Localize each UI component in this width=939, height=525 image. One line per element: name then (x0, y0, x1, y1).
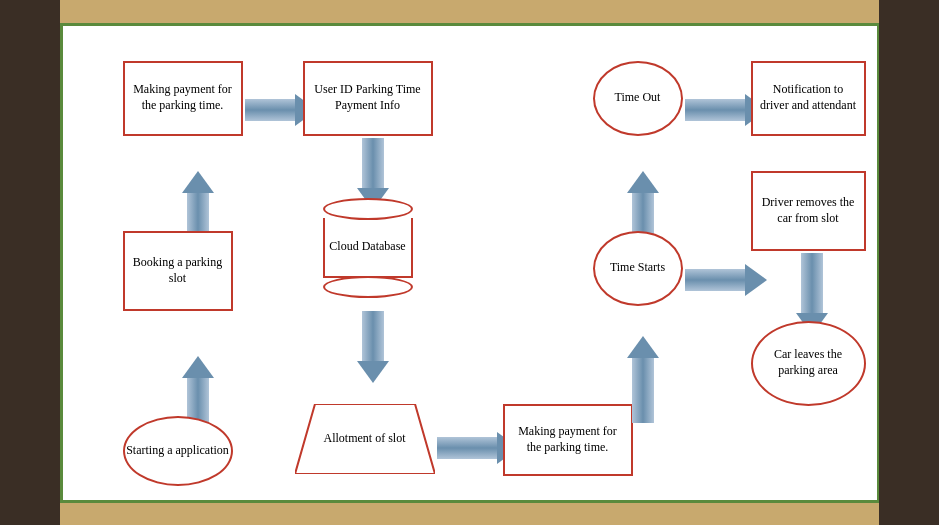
starting-app-ellipse: Starting a application (123, 416, 233, 486)
user-id-label: User ID Parking Time Payment Info (311, 82, 425, 113)
time-starts-ellipse: Time Starts (593, 231, 683, 306)
booking-slot-label: Booking a parking slot (131, 255, 225, 286)
making-payment-2-label: Making payment for the parking time. (511, 424, 625, 455)
wood-panel-right (879, 0, 939, 525)
time-starts-label: Time Starts (610, 260, 665, 276)
making-payment-1-label: Making payment for the parking time. (131, 82, 235, 113)
booking-slot-box: Booking a parking slot (123, 231, 233, 311)
time-out-ellipse: Time Out (593, 61, 683, 136)
cloud-database-label: Cloud Database (329, 239, 405, 254)
wood-panel-left (0, 0, 60, 525)
user-id-box: User ID Parking Time Payment Info (303, 61, 433, 136)
arrow-timestarts-to-driver (685, 264, 767, 296)
starting-app-label: Starting a application (126, 443, 229, 459)
making-payment-1-box: Making payment for the parking time. (123, 61, 243, 136)
time-out-label: Time Out (615, 90, 661, 106)
driver-removes-label: Driver removes the car from slot (759, 195, 858, 226)
notification-label: Notification to driver and attendant (759, 82, 858, 113)
notification-box: Notification to driver and attendant (751, 61, 866, 136)
cloud-database-shape: Cloud Database (323, 196, 413, 300)
arrow-db-to-allotment (357, 311, 389, 383)
allotment-slot-label: Allotment of slot (324, 431, 406, 447)
making-payment-2-box: Making payment for the parking time. (503, 404, 633, 476)
driver-removes-box: Driver removes the car from slot (751, 171, 866, 251)
car-leaves-label: Car leaves the parking area (759, 347, 858, 378)
main-diagram-board: Making payment for the parking time. Use… (60, 23, 880, 503)
car-leaves-ellipse: Car leaves the parking area (751, 321, 866, 406)
arrow-payment2-to-timestarts (627, 336, 659, 423)
allotment-slot-shape: Allotment of slot (295, 404, 435, 474)
